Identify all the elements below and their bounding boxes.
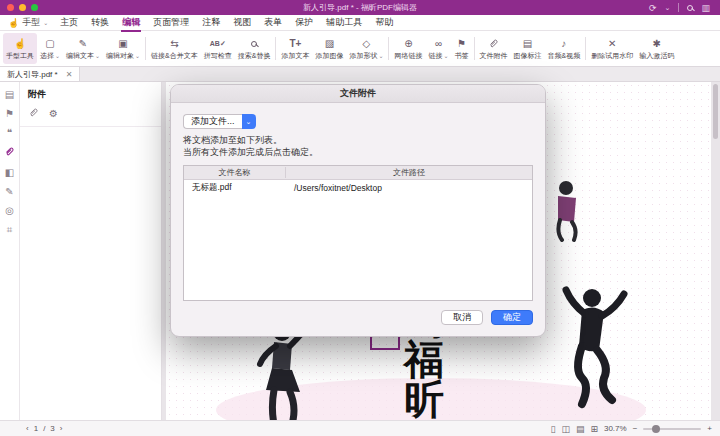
- edit-object-icon: ▣: [118, 37, 127, 50]
- destinations-icon[interactable]: ◎: [5, 205, 14, 216]
- page-divider: /: [43, 424, 45, 433]
- hand-icon: ☝: [8, 18, 19, 28]
- menu-page-management[interactable]: 页面管理: [152, 14, 190, 31]
- select-icon: ▢: [45, 37, 54, 50]
- total-pages: 3: [50, 424, 54, 433]
- ok-button[interactable]: 确定: [491, 310, 533, 325]
- toolbar: ☝ 手型工具 ▢ 选择⌄ ✎ 编辑文本⌄ ▣ 编辑对象⌄ ⇆ 链接&合并文本 A…: [0, 31, 720, 67]
- edit-object-button[interactable]: ▣ 编辑对象⌄: [103, 33, 143, 64]
- attachments-icon[interactable]: [4, 146, 15, 159]
- zoom-in-icon[interactable]: +: [707, 424, 712, 433]
- sync-icon[interactable]: ⟳: [649, 3, 657, 13]
- menu-convert[interactable]: 转换: [90, 14, 110, 31]
- menu-view[interactable]: 视图: [232, 14, 252, 31]
- paperclip-icon: [488, 37, 499, 50]
- comments-icon[interactable]: ❝: [7, 127, 12, 138]
- menubar: ☝ 手型 ⌄ 主页 转换 编辑 页面管理 注释 视图 表单 保护 辅助工具 帮助: [0, 15, 720, 31]
- dialog-titlebar[interactable]: 文件附件: [171, 85, 545, 103]
- menu-protect[interactable]: 保护: [294, 14, 314, 31]
- minimize-window-button[interactable]: [19, 4, 26, 11]
- layout-icon[interactable]: ▥: [701, 3, 710, 13]
- add-file-label[interactable]: 添加文件...: [183, 114, 242, 129]
- column-file-path: 文件路径: [286, 167, 532, 178]
- vertical-scrollbar[interactable]: [713, 84, 719, 418]
- search-icon[interactable]: [687, 5, 693, 11]
- fit-page-icon[interactable]: ⊞: [590, 424, 598, 434]
- divider: [678, 3, 679, 12]
- tab-label: 新人引导.pdf *: [7, 69, 58, 80]
- chevron-down-icon[interactable]: ⌄: [665, 4, 671, 12]
- titlebar: 新人引导.pdf * - 福昕PDF编辑器 ⟳ ⌄ ▥: [0, 0, 720, 15]
- link-join-text-button[interactable]: ⇆ 链接&合并文本: [148, 33, 201, 64]
- open-attachment-icon[interactable]: [28, 107, 39, 120]
- chevron-down-icon: ⌄: [135, 52, 140, 59]
- attachment-settings-icon[interactable]: ⚙: [49, 108, 58, 119]
- link-join-icon: ⇆: [170, 37, 178, 50]
- layers-icon[interactable]: ◧: [5, 167, 14, 178]
- navigation-pane-strip: ▤ ⚑ ❝ ◧ ✎ ◎ ⌗: [0, 82, 20, 420]
- chevron-down-icon: ⌄: [55, 52, 60, 59]
- continuous-scroll-icon[interactable]: ▤: [576, 424, 585, 434]
- add-file-button[interactable]: 添加文件... ⌄: [183, 114, 256, 129]
- page-thumbnails-icon[interactable]: ▤: [5, 89, 14, 100]
- bookmark-button[interactable]: ⚑ 书签: [452, 33, 472, 64]
- link-icon: ∞: [435, 37, 442, 50]
- hand-mode-label: 手型: [22, 16, 40, 29]
- hand-mode-selector[interactable]: ☝ 手型 ⌄: [8, 16, 48, 29]
- menu-comment[interactable]: 注释: [201, 14, 221, 31]
- search-icon: [251, 37, 257, 50]
- file-attachment-button[interactable]: 文件附件: [477, 33, 511, 64]
- hand-tool-button[interactable]: ☝ 手型工具: [3, 33, 37, 64]
- view-mode-buttons: ▯ ◫ ▤ ⊞: [550, 424, 598, 434]
- dialog-body: 添加文件... ⌄ 将文档添加至如下列表。 当所有文件添加完成后点击确定。 文件…: [171, 103, 545, 301]
- enter-activation-code-button[interactable]: ✱ 输入激活码: [636, 33, 677, 64]
- current-page[interactable]: 1: [34, 424, 38, 433]
- link-button[interactable]: ∞ 链接⌄: [425, 33, 451, 64]
- table-header: 文件名称 文件路径: [184, 166, 532, 180]
- menu-form[interactable]: 表单: [263, 14, 283, 31]
- menu-edit[interactable]: 编辑: [121, 14, 141, 31]
- menu-accessibility[interactable]: 辅助工具: [325, 14, 363, 31]
- zoom-value[interactable]: 30.7%: [604, 424, 627, 433]
- image-annotation-button[interactable]: ▤ 图像标注: [511, 33, 545, 64]
- add-image-button[interactable]: ▨ 添加图像: [312, 33, 346, 64]
- fields-icon[interactable]: ⌗: [7, 224, 13, 236]
- document-tab[interactable]: 新人引导.pdf * ✕: [0, 67, 80, 81]
- table-row[interactable]: 无标题.pdf /Users/foxitnet/Desktop: [184, 180, 532, 196]
- file-attachment-dialog: 文件附件 添加文件... ⌄ 将文档添加至如下列表。 当所有文件添加完成后点击确…: [170, 84, 546, 337]
- document-tabbar: 新人引导.pdf * ✕: [0, 67, 720, 82]
- single-page-icon[interactable]: ▯: [550, 424, 555, 434]
- edit-text-button[interactable]: ✎ 编辑文本⌄: [63, 33, 103, 64]
- zoom-out-icon[interactable]: −: [633, 424, 638, 433]
- web-link-button[interactable]: ⊕ 网络链接: [391, 33, 425, 64]
- scrollbar-thumb[interactable]: [713, 84, 718, 139]
- facing-pages-icon[interactable]: ◫: [561, 424, 570, 434]
- next-page-icon[interactable]: ›: [60, 424, 63, 433]
- separator: [275, 37, 276, 60]
- audio-video-button[interactable]: ♪ 音频&视频: [545, 33, 584, 64]
- close-icon[interactable]: ✕: [66, 70, 73, 79]
- add-text-button[interactable]: T+ 添加文本: [278, 33, 312, 64]
- close-window-button[interactable]: [7, 4, 14, 11]
- remove-trial-watermark-button[interactable]: ✕ 删除试用水印: [588, 33, 636, 64]
- spell-check-button[interactable]: AB✓ 拼写检查: [201, 33, 235, 64]
- hand-icon: ☝: [14, 37, 26, 50]
- column-file-name: 文件名称: [184, 167, 286, 178]
- add-shapes-button[interactable]: ◇ 添加形状⌄: [346, 33, 386, 64]
- zoom-slider[interactable]: [643, 428, 701, 430]
- cancel-button[interactable]: 取消: [441, 310, 483, 325]
- zoom-window-button[interactable]: [31, 4, 38, 11]
- previous-page-icon[interactable]: ‹: [26, 424, 29, 433]
- panel-header: 附件: [20, 82, 161, 104]
- separator: [474, 37, 475, 60]
- bookmarks-icon[interactable]: ⚑: [5, 108, 14, 119]
- select-tool-button[interactable]: ▢ 选择⌄: [37, 33, 63, 64]
- menu-help[interactable]: 帮助: [374, 14, 394, 31]
- chevron-down-icon[interactable]: ⌄: [242, 114, 256, 129]
- search-replace-button[interactable]: 搜索&替换: [235, 33, 274, 64]
- menu-home[interactable]: 主页: [59, 14, 79, 31]
- file-path-cell: /Users/foxitnet/Desktop: [286, 183, 532, 193]
- zoom-slider-thumb[interactable]: [652, 425, 660, 433]
- illustration-person-small: [544, 178, 592, 242]
- signature-icon[interactable]: ✎: [5, 186, 13, 197]
